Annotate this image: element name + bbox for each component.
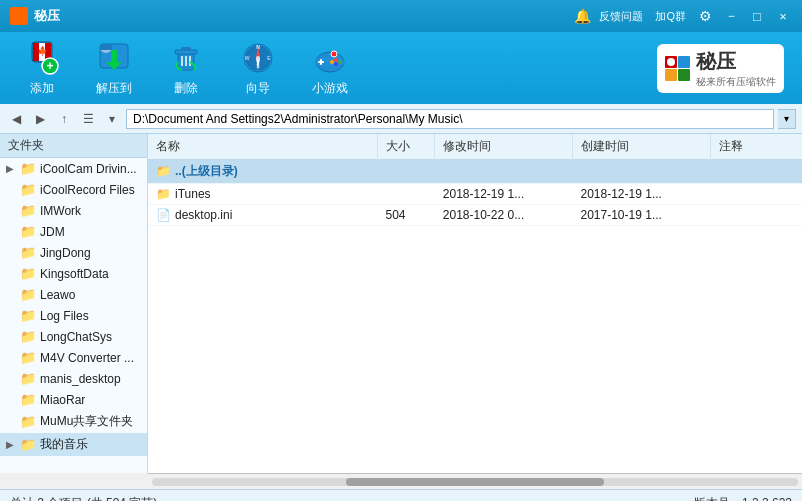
sidebar-item-mumu[interactable]: ▶ 📁 MuMu共享文件夹	[0, 410, 147, 433]
path-input[interactable]	[126, 109, 774, 129]
sidebar-label: iCoolCam Drivin...	[40, 162, 137, 176]
svg-point-32	[334, 62, 338, 66]
up-button[interactable]: ↑	[54, 109, 74, 129]
sidebar-item-miaorar[interactable]: ▶ 📁 MiaoRar	[0, 389, 147, 410]
logo-main-text: 秘压	[696, 48, 776, 75]
folder-icon: 📁	[20, 224, 36, 239]
forward-button[interactable]: ▶	[30, 109, 50, 129]
sidebar-item-leawo[interactable]: ▶ 📁 Leawo	[0, 284, 147, 305]
table-row[interactable]: 📄desktop.ini5042018-10-22 0...2017-10-19…	[148, 205, 802, 226]
hscroll-bar[interactable]	[148, 473, 802, 489]
version-label: 版本号：1.2.2.622	[694, 495, 792, 501]
sidebar-label: IMWork	[40, 204, 81, 218]
toolbar: 🍁 + 添加 解压到	[0, 32, 802, 104]
delete-label: 删除	[174, 80, 198, 97]
back-button[interactable]: ◀	[6, 109, 26, 129]
sidebar-label: MiaoRar	[40, 393, 85, 407]
view-dropdown[interactable]: ▾	[102, 109, 122, 129]
logo-box: 秘压 秘来所有压缩软件	[657, 44, 784, 93]
folder-icon-music: 📁	[20, 437, 36, 452]
title-right: 🔔 反馈问题 加Q群 ⚙ － □ ×	[573, 6, 794, 26]
col-comment[interactable]: 注释	[710, 134, 802, 160]
sidebar-item-longchatsys[interactable]: ▶ 📁 LongChatSys	[0, 326, 147, 347]
sidebar-label: Log Files	[40, 309, 89, 323]
svg-rect-29	[318, 61, 324, 63]
expand-arrow: ▶	[6, 289, 16, 300]
minimize-button[interactable]: －	[720, 6, 742, 26]
game-button[interactable]: 小游戏	[298, 36, 362, 101]
col-modified[interactable]: 修改时间	[435, 134, 573, 160]
sidebar-item-kingsoftdata[interactable]: ▶ 📁 KingsoftData	[0, 263, 147, 284]
hscroll-thumb[interactable]	[346, 478, 604, 486]
feedback-link[interactable]: 反馈问题	[595, 7, 647, 26]
folder-icon: 📁	[20, 371, 36, 386]
svg-point-30	[334, 58, 338, 62]
sidebar-item-iCoolCam[interactable]: ▶ 📁 iCoolCam Drivin...	[0, 158, 147, 179]
close-button[interactable]: ×	[772, 6, 794, 26]
sidebar-item-imwork[interactable]: ▶ 📁 IMWork	[0, 200, 147, 221]
game-label: 小游戏	[312, 80, 348, 97]
folder-icon: 📁	[20, 245, 36, 260]
title-left: 秘压	[10, 7, 60, 25]
svg-rect-9	[111, 50, 117, 64]
table-row[interactable]: 📁..(上级目录)	[148, 160, 802, 184]
sidebar-label: M4V Converter ...	[40, 351, 134, 365]
folder-icon: 📁	[20, 392, 36, 407]
expand-arrow: ▶	[6, 331, 16, 342]
expand-arrow: ▶	[6, 373, 16, 384]
hscroll-track[interactable]	[152, 478, 798, 486]
folder-icon: 📁	[20, 203, 36, 218]
svg-text:N: N	[256, 44, 260, 50]
folder-icon: 📁	[20, 414, 36, 429]
sidebar-label: LongChatSys	[40, 330, 112, 344]
svg-text:🍁: 🍁	[37, 45, 49, 57]
sidebar-item-jingdong[interactable]: ▶ 📁 JingDong	[0, 242, 147, 263]
col-created[interactable]: 创建时间	[573, 134, 711, 160]
sidebar-item-iCoolRecord[interactable]: ▶ 📁 iCoolRecord Files	[0, 179, 147, 200]
sidebar-item-m4v[interactable]: ▶ 📁 M4V Converter ...	[0, 347, 147, 368]
sidebar-label: iCoolRecord Files	[40, 183, 135, 197]
expand-arrow: ▶	[6, 205, 16, 216]
add-label: 添加	[30, 80, 54, 97]
expand-arrow-icoolrecord: ▶	[6, 184, 16, 195]
settings-icon[interactable]: ⚙	[694, 6, 716, 26]
folder-icon: 📁	[20, 308, 36, 323]
sidebar-item-jdm[interactable]: ▶ 📁 JDM	[0, 221, 147, 242]
sidebar-label: Leawo	[40, 288, 75, 302]
guide-button[interactable]: N S W E 向导	[226, 36, 290, 101]
file-list[interactable]: 名称 大小 修改时间 创建时间 注释 📁..(上级目录)📁iTunes2018-…	[148, 134, 802, 473]
svg-point-33	[330, 60, 334, 64]
app-title: 秘压	[34, 7, 60, 25]
game-icon	[312, 40, 348, 76]
expand-arrow: ▶	[6, 247, 16, 258]
folder-icon: 📁	[20, 266, 36, 281]
maximize-button[interactable]: □	[746, 6, 768, 26]
logo-sub-text: 秘来所有压缩软件	[696, 75, 776, 89]
expand-arrow: ▶	[6, 310, 16, 321]
sidebar-label: JingDong	[40, 246, 91, 260]
folder-icon: 📁	[20, 161, 36, 176]
view-toggle[interactable]: ☰	[78, 109, 98, 129]
expand-arrow: ▶	[6, 394, 16, 405]
col-size[interactable]: 大小	[377, 134, 434, 160]
table-row[interactable]: 📁iTunes2018-12-19 1...2018-12-19 1...	[148, 184, 802, 205]
add-button[interactable]: 🍁 + 添加	[10, 36, 74, 101]
delete-button[interactable]: 删除	[154, 36, 218, 101]
svg-point-21	[256, 56, 260, 60]
path-dropdown-btn[interactable]: ▾	[778, 109, 796, 129]
sidebar-label: manis_desktop	[40, 372, 121, 386]
expand-arrow-icoolcam: ▶	[6, 163, 16, 174]
folder-icon: 📁	[20, 350, 36, 365]
guide-icon: N S W E	[240, 40, 276, 76]
folder-icon: 📁	[20, 287, 36, 302]
add-group-link[interactable]: 加Q群	[651, 7, 690, 26]
sidebar-item-manis[interactable]: ▶ 📁 manis_desktop	[0, 368, 147, 389]
expand-arrow-mymusic: ▶	[6, 439, 16, 450]
bell-icon: 🔔	[573, 7, 591, 25]
sidebar-item-logfiles[interactable]: ▶ 📁 Log Files	[0, 305, 147, 326]
svg-text:W: W	[245, 55, 250, 61]
status-bar: 总计 2 个项目 (共 504 字节) 版本号：1.2.2.622	[0, 489, 802, 501]
col-name[interactable]: 名称	[148, 134, 377, 160]
extract-button[interactable]: 解压到	[82, 36, 146, 101]
sidebar-item-mymusic[interactable]: ▶ 📁 我的音乐	[0, 433, 147, 456]
